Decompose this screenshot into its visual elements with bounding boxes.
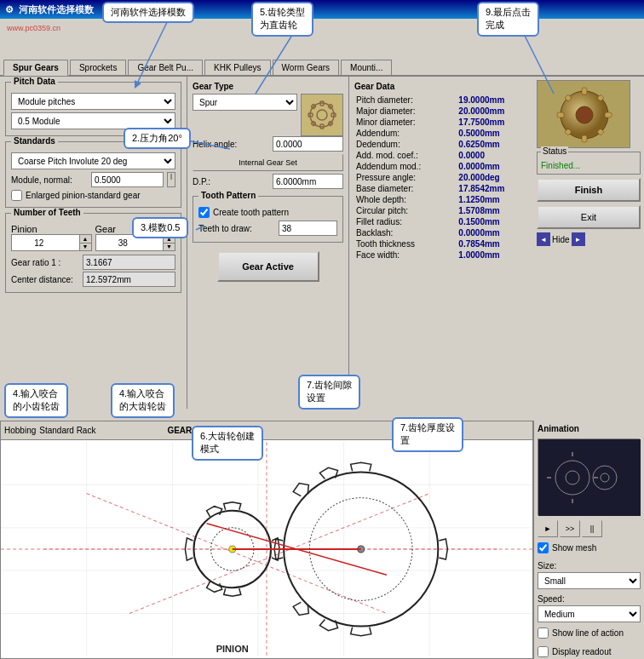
gear-3d-image bbox=[537, 80, 630, 148]
add-label: Addendum: bbox=[356, 129, 457, 138]
gear-type-group: Gear Type Spur bbox=[193, 82, 343, 189]
cp-label: Circular pitch: bbox=[356, 206, 457, 215]
svg-text:PINION: PINION bbox=[216, 644, 249, 654]
gear-teeth-input[interactable] bbox=[96, 235, 164, 250]
hide-right-btn[interactable]: ► bbox=[572, 232, 585, 246]
pinion-label: Pinion bbox=[11, 224, 37, 234]
am-value: 0.0000mm bbox=[458, 162, 526, 171]
ratio-input bbox=[83, 255, 175, 270]
bd-label: Base diameter: bbox=[356, 184, 457, 193]
left-panel: Pitch Data Module pitches 0.5 Module Sta… bbox=[0, 77, 187, 409]
svg-rect-13 bbox=[582, 88, 587, 95]
ratio-label: Gear ratio 1 : bbox=[11, 258, 79, 267]
gear-teeth-label: Gear bbox=[95, 224, 116, 234]
gear-active-button[interactable]: Gear Active bbox=[217, 251, 319, 282]
bd-value: 17.8542mm bbox=[458, 184, 526, 193]
wd-label: Whole depth: bbox=[356, 195, 457, 204]
gear-data-table: Pitch diameter:19.0000mm Major diameter:… bbox=[354, 94, 528, 261]
svg-rect-14 bbox=[582, 135, 587, 142]
bl-value: 0.0000mm bbox=[458, 228, 526, 238]
gear-up[interactable]: ▲ bbox=[164, 235, 175, 244]
viz-toolbar: Hobbing Standard Rack GEAR 1.04 1.47 .98 bbox=[1, 421, 532, 440]
exit-button[interactable]: Exit bbox=[537, 205, 641, 229]
anim-fast-btn[interactable]: >> bbox=[560, 520, 580, 537]
amc-label: Add. mod. coef.: bbox=[356, 151, 457, 160]
title-bar: ⚙ 河南软件选择模数 bbox=[0, 0, 644, 19]
anim-pause-btn[interactable]: || bbox=[582, 520, 602, 537]
maj-label: Major diameter: bbox=[356, 106, 457, 116]
min-value: 17.7500mm bbox=[458, 117, 526, 127]
mid-panel: Gear Type Spur bbox=[187, 77, 349, 409]
tooth-pattern-group: Tooth Pattern Create tooth pattern Teeth… bbox=[193, 196, 343, 243]
standards-group: Standards Coarse Pitch Involute 20 deg M… bbox=[5, 141, 181, 208]
right-panel: Gear Data Pitch diameter:19.0000mm Major… bbox=[349, 77, 533, 409]
tab-gear-belt[interactable]: Gear Belt Pu... bbox=[128, 60, 203, 75]
create-tooth-checkbox[interactable] bbox=[198, 207, 210, 218]
gear-type-select[interactable]: Spur bbox=[193, 94, 297, 111]
display-readout-checkbox[interactable] bbox=[538, 646, 549, 657]
pinion-up[interactable]: ▲ bbox=[80, 235, 91, 244]
center-input bbox=[83, 272, 175, 287]
pinion-input[interactable] bbox=[12, 235, 79, 250]
module-normal-label: Module, normal: bbox=[11, 175, 88, 185]
tab-bar: Spur Gears Sprockets Gear Belt Pu... KHK… bbox=[0, 56, 644, 77]
module-normal-input[interactable] bbox=[91, 172, 164, 187]
pitch-type-select[interactable]: Module pitches bbox=[11, 93, 175, 110]
gear-type-title: Gear Type bbox=[193, 82, 343, 91]
create-tooth-label: Create tooth pattern bbox=[213, 208, 289, 217]
anim-controls: ► >> || bbox=[538, 520, 641, 537]
hide-left-btn[interactable]: ◄ bbox=[537, 232, 550, 246]
cp-value: 1.5708mm bbox=[458, 206, 526, 215]
dp-input[interactable] bbox=[273, 174, 343, 189]
dp-label: D.P.: bbox=[193, 177, 269, 186]
display-readout-label: Display readout bbox=[552, 647, 611, 656]
tt-label: Tooth thickness bbox=[356, 239, 457, 249]
speed-label: Speed: bbox=[538, 594, 641, 604]
tab-worm-gears[interactable]: Worm Gears bbox=[273, 60, 340, 75]
am-label: Addendum mod.: bbox=[356, 162, 457, 171]
show-line-label: Show line of action bbox=[552, 628, 624, 638]
hide-label: Hide bbox=[552, 235, 570, 244]
watermark: www.pc0359.cn bbox=[0, 19, 644, 37]
fw-value: 1.0000mm bbox=[458, 250, 526, 260]
tab-khk-pulleys[interactable]: KHK Pulleys bbox=[204, 60, 271, 75]
pa-value: 20.000deg bbox=[458, 173, 526, 182]
module-select[interactable]: 0.5 Module bbox=[11, 112, 175, 129]
ded-value: 0.6250mm bbox=[458, 140, 526, 149]
size-label: Size: bbox=[538, 561, 641, 570]
wd-value: 1.1250mm bbox=[458, 195, 526, 204]
module-normal-slider[interactable]: | bbox=[167, 172, 175, 187]
helix-input[interactable] bbox=[273, 136, 343, 152]
enlarged-pinion-checkbox[interactable] bbox=[11, 190, 22, 201]
pinion-spinbox: ▲ ▼ bbox=[11, 234, 92, 251]
show-line-checkbox[interactable] bbox=[538, 627, 549, 639]
tab-sprockets[interactable]: Sprockets bbox=[70, 60, 126, 75]
pd-label: Pitch diameter: bbox=[356, 95, 457, 105]
top-section: Pitch Data Module pitches 0.5 Module Sta… bbox=[0, 77, 533, 409]
size-select[interactable]: Small Medium Large bbox=[538, 572, 641, 589]
status-title: Status bbox=[541, 146, 568, 156]
far-right-panel: Status Finished... Finish Exit ◄ Hide ► bbox=[533, 77, 644, 409]
teeth-group: Number of Teeth Pinion ▲ ▼ Gear bbox=[5, 213, 181, 293]
svg-rect-16 bbox=[605, 112, 612, 117]
speed-select[interactable]: Slow Medium Fast bbox=[538, 605, 641, 622]
status-value: Finished... bbox=[541, 161, 636, 170]
gear-down[interactable]: ▼ bbox=[164, 244, 175, 251]
tab-spur-gears[interactable]: Spur Gears bbox=[3, 60, 68, 76]
pinion-down[interactable]: ▼ bbox=[80, 244, 91, 251]
show-mesh-row: Show mesh bbox=[538, 542, 641, 553]
helix-label: Helix angle: bbox=[193, 140, 269, 149]
internal-gear-btn[interactable]: Internal Gear Set bbox=[193, 154, 343, 171]
status-group: Status Finished... bbox=[537, 152, 641, 175]
app-icon: ⚙ bbox=[5, 4, 14, 15]
watermark-text: www.pc0359.cn bbox=[7, 24, 60, 32]
teeth-to-draw-input[interactable] bbox=[279, 221, 337, 236]
show-mesh-checkbox[interactable] bbox=[538, 542, 549, 553]
standards-select[interactable]: Coarse Pitch Involute 20 deg bbox=[11, 152, 175, 169]
tab-mounting[interactable]: Mounti... bbox=[341, 60, 392, 75]
bl-label: Backlash: bbox=[356, 228, 457, 238]
hobbing-label: Hobbing bbox=[4, 426, 36, 435]
finish-button[interactable]: Finish bbox=[537, 178, 641, 202]
center-label: Center distance: bbox=[11, 275, 79, 284]
anim-play-btn[interactable]: ► bbox=[538, 520, 558, 537]
